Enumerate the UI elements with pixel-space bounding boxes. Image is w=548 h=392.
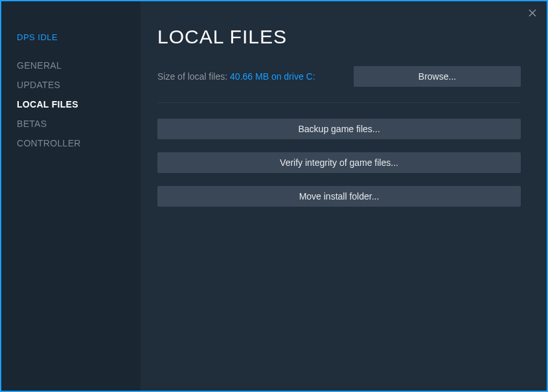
backup-button[interactable]: Backup game files... bbox=[157, 119, 521, 139]
verify-button[interactable]: Verify integrity of game files... bbox=[157, 152, 521, 173]
game-title: DPS IDLE bbox=[17, 32, 125, 42]
local-size-row: Size of local files: 40.66 MB on drive C… bbox=[157, 66, 521, 103]
local-size-text: Size of local files: 40.66 MB on drive C… bbox=[157, 71, 315, 82]
size-label: Size of local files: bbox=[157, 71, 230, 82]
sidebar-item-updates[interactable]: UPDATES bbox=[17, 80, 125, 90]
sidebar-item-controller[interactable]: CONTROLLER bbox=[17, 138, 125, 148]
main-content: LOCAL FILES Size of local files: 40.66 M… bbox=[141, 1, 547, 391]
browse-button[interactable]: Browse... bbox=[354, 66, 521, 87]
page-title: LOCAL FILES bbox=[157, 26, 521, 48]
close-icon bbox=[529, 9, 536, 17]
close-button[interactable] bbox=[526, 6, 539, 19]
size-value: 40.66 MB on drive C: bbox=[230, 71, 315, 82]
properties-window: DPS IDLE GENERAL UPDATES LOCAL FILES BET… bbox=[0, 0, 548, 392]
sidebar-item-general[interactable]: GENERAL bbox=[17, 60, 125, 71]
sidebar-item-local-files[interactable]: LOCAL FILES bbox=[17, 99, 125, 110]
move-button[interactable]: Move install folder... bbox=[157, 186, 521, 207]
sidebar-item-betas[interactable]: BETAS bbox=[17, 119, 125, 129]
sidebar: DPS IDLE GENERAL UPDATES LOCAL FILES BET… bbox=[1, 1, 141, 391]
